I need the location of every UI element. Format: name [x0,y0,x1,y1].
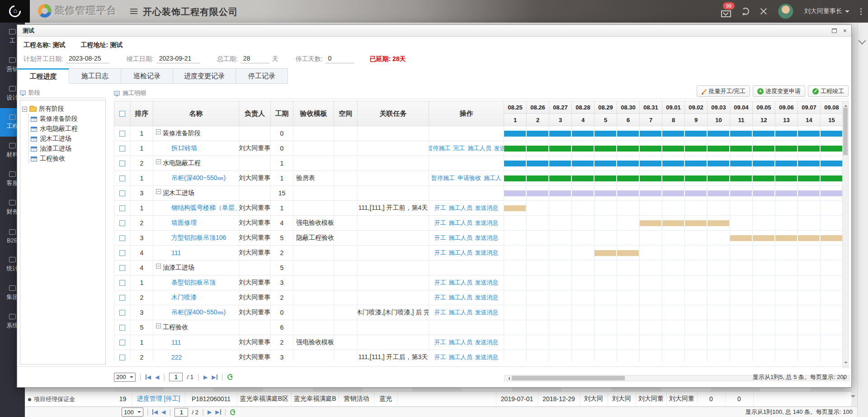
prev-page-button[interactable]: ◀ [161,409,165,415]
gantt-bar[interactable] [504,190,842,196]
task-name-link[interactable]: 222 [171,354,182,361]
gantt-vertical-scrollbar[interactable] [842,101,849,368]
row-checkbox[interactable] [119,310,125,316]
row-checkbox[interactable] [119,146,125,152]
action-link[interactable]: 暂停施工 [431,174,455,182]
collapse-expander-icon[interactable] [156,323,161,328]
row-checkbox[interactable] [119,131,125,137]
collapse-expander-icon[interactable] [156,129,161,134]
next-page-button[interactable]: ▶ [203,374,208,380]
collapse-panel-icon[interactable] [859,37,866,45]
row-checkbox[interactable] [119,220,125,226]
row-checkbox[interactable] [119,190,125,196]
collapse-expander-icon[interactable] [156,189,161,194]
gantt-bar[interactable] [504,131,842,137]
task-name-link[interactable]: 拆12砖墙 [171,144,198,152]
total-duration-input[interactable]: 28 [241,55,269,63]
gantt-bar[interactable] [504,205,526,211]
messages-button[interactable]: 99 [721,8,731,15]
refresh-icon[interactable] [742,8,749,15]
action-link[interactable]: 发送消息 [475,294,499,302]
first-page-button[interactable]: ◀ [146,374,151,380]
prev-page-button[interactable]: ◀ [155,374,159,380]
row-checkbox[interactable] [119,205,125,211]
scrollbar-thumb[interactable] [843,108,848,155]
scroll-down-icon[interactable] [844,362,848,365]
row-cell[interactable]: 进度管理 [停工] [132,392,185,406]
last-page-button[interactable]: ▶ [215,409,221,415]
user-menu[interactable]: 刘大同董事长 [804,7,849,15]
next-page-button[interactable]: ▶ [208,409,212,415]
select-all-checkbox[interactable] [119,111,125,117]
row-checkbox[interactable] [119,235,125,241]
row-checkbox[interactable] [119,280,125,286]
plan-start-date-input[interactable]: 2023-08-25 [66,55,109,63]
action-link[interactable]: 施工人员 [449,204,472,212]
tab-1[interactable]: 工程进度 [17,68,69,84]
menu-toggle-icon[interactable] [130,9,137,14]
action-link[interactable]: 发送消息 [475,353,499,361]
avatar[interactable] [778,4,793,19]
close-icon[interactable]: × [843,28,847,34]
tab-3[interactable]: 巡检记录 [121,68,173,84]
tree-item-4[interactable]: 油漆工进场 [31,144,104,154]
action-link[interactable]: 开工 [434,234,446,242]
background-menu-item[interactable]: 项目经理保证金 [28,395,75,403]
last-page-button[interactable]: ▶ [212,374,217,380]
tree-item-3[interactable]: 泥木工进场 [31,134,104,144]
action-link[interactable]: 开工 [434,204,446,212]
action-link[interactable]: 开工 [434,338,446,346]
row-checkbox[interactable] [119,355,125,360]
task-name-link[interactable]: 钢结构弧弯楼梯（单层、长 [171,204,239,212]
tab-5[interactable]: 停工记录 [236,68,288,84]
action-link[interactable]: 暂停施工 [429,144,451,152]
task-name-link[interactable]: 吊柜(深400~550㎜) [171,174,226,182]
row-checkbox[interactable] [119,175,125,181]
page-size-select[interactable]: 100 [122,408,143,417]
action-link[interactable]: 施工人员 [449,249,472,257]
row-checkbox[interactable] [119,250,125,256]
page-size-select[interactable]: 200 [114,373,136,382]
action-link[interactable]: 施工人员 [449,294,472,302]
app-logo[interactable] [0,0,30,23]
more-options-icon[interactable] [860,8,862,15]
action-link[interactable]: 开工 [434,353,446,361]
action-link[interactable]: 发送消息 [475,279,499,287]
action-link[interactable]: 施工人 [484,174,501,182]
page-scrollbar[interactable] [857,23,868,417]
background-scroll-down-icon[interactable] [851,395,855,400]
maximize-icon[interactable] [832,28,837,33]
collapse-expander-icon[interactable] [156,159,161,164]
task-name-link[interactable]: 吊柜(深400~550㎜) [171,308,226,317]
action-link[interactable]: 发送消息 [475,234,499,242]
collapse-expander-icon[interactable] [22,107,27,112]
tree-item-1[interactable]: 装修准备阶段 [31,114,104,124]
tree-item-5[interactable]: 工程验收 [31,154,104,164]
reload-icon[interactable] [227,374,233,380]
action-link[interactable]: 申请验收 [458,174,481,182]
tree-item-2[interactable]: 水电隐蔽工程 [31,124,104,134]
tab-4[interactable]: 进度变更记录 [173,68,236,84]
task-name-link[interactable]: 方型铝扣板吊顶106 [171,234,226,242]
gantt-bar[interactable] [730,235,842,241]
action-link[interactable]: 发送消息 [475,338,499,346]
action-link[interactable]: 施工人员 [449,219,472,227]
dialog-titlebar[interactable]: 测试 × [17,25,851,37]
action-link[interactable]: 施工人员 [468,144,491,152]
action-link[interactable]: 施工人员 [449,308,472,317]
task-name-link[interactable]: 111 [171,339,181,346]
task-name-link[interactable]: 墙面修理 [171,219,197,227]
page-number-input[interactable] [175,408,188,417]
reload-icon[interactable] [230,409,236,415]
tab-2[interactable]: 施工日志 [69,68,121,84]
action-link[interactable]: 开工 [434,308,446,317]
action-link[interactable]: 开工 [434,219,446,227]
gantt-bar[interactable] [504,146,842,152]
row-checkbox[interactable] [119,161,125,166]
toolbar-button-1[interactable]: 批量开工/完工 [697,85,750,97]
action-link[interactable]: 开工 [434,294,446,302]
row-checkbox[interactable] [119,295,125,301]
toolbar-button-3[interactable]: ✓工程竣工 [808,85,849,97]
task-name-link[interactable]: 111 [171,249,181,256]
finish-date-input[interactable]: 2023-09-21 [156,55,200,63]
